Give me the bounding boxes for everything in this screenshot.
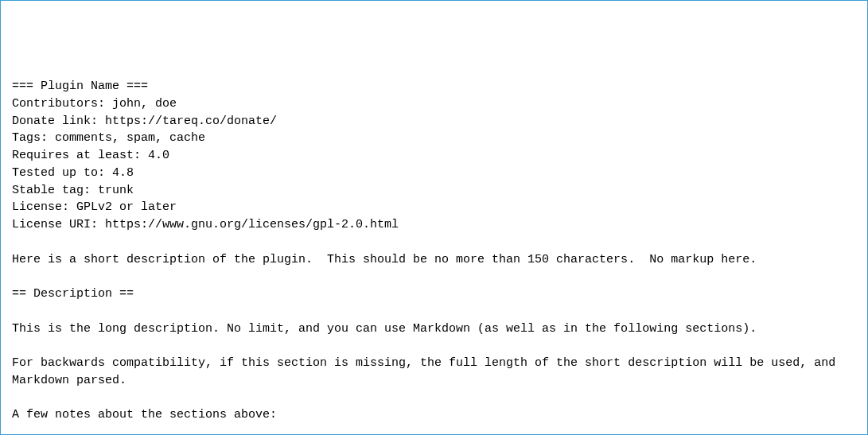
readme-line (12, 303, 856, 320)
readme-line (12, 337, 856, 355)
readme-line (12, 234, 856, 251)
readme-line: For backwards compatibility, if this sec… (12, 355, 856, 372)
readme-line: License URI: https://www.gnu.org/license… (12, 216, 856, 234)
readme-line: Tested up to: 4.8 (12, 165, 856, 182)
readme-line (12, 424, 856, 435)
readme-text-block: === Plugin Name ===Contributors: john, d… (12, 78, 856, 435)
readme-line: Requires at least: 4.0 (12, 147, 856, 165)
readme-line: == Description == (12, 285, 856, 303)
readme-line: Contributors: john, doe (12, 95, 856, 113)
readme-line: This is the long description. No limit, … (12, 320, 856, 338)
readme-line (12, 268, 856, 285)
readme-line (12, 390, 856, 407)
readme-line: License: GPLv2 or later (12, 199, 856, 216)
readme-line: Tags: comments, spam, cache (12, 130, 856, 147)
readme-line: Stable tag: trunk (12, 182, 856, 200)
readme-line: Donate link: https://tareq.co/donate/ (12, 113, 856, 130)
readme-line: === Plugin Name === (12, 78, 856, 95)
readme-line: Here is a short description of the plugi… (12, 251, 856, 269)
readme-line: A few notes about the sections above: (12, 406, 856, 424)
readme-line: Markdown parsed. (12, 372, 856, 390)
